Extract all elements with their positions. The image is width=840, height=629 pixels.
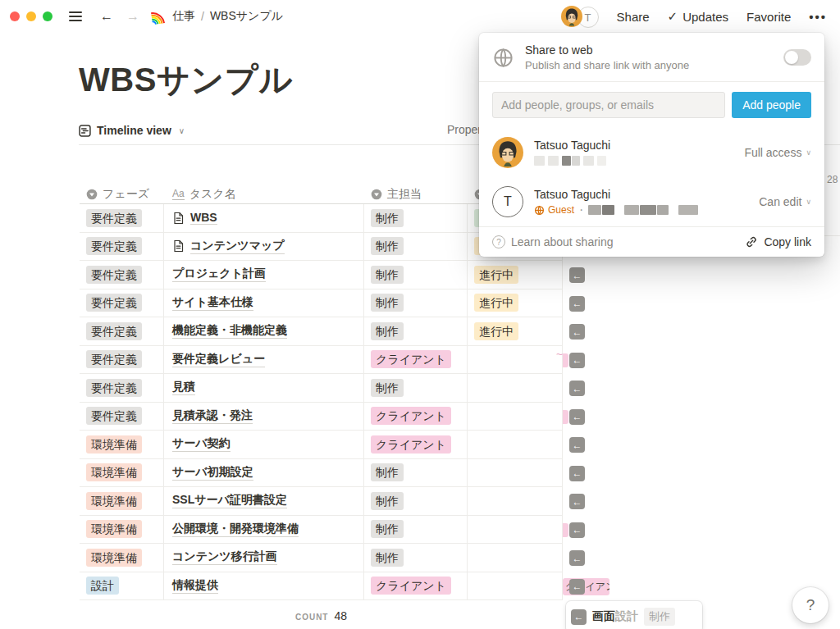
task-link[interactable]: 機能定義・非機能定義 (172, 323, 287, 339)
status-cell[interactable] (468, 459, 563, 487)
help-button[interactable]: ? (792, 587, 829, 623)
task-link[interactable]: サーバ初期設定 (172, 465, 253, 481)
view-tab-timeline[interactable]: Timeline view ∨ (79, 118, 185, 143)
owner-cell[interactable]: クライアント (364, 403, 468, 431)
owner-cell[interactable]: 制作 (364, 233, 468, 261)
phase-cell[interactable]: 要件定義 (80, 289, 164, 317)
sidebar-menu-icon[interactable] (69, 11, 82, 21)
status-cell[interactable] (468, 487, 563, 515)
window-close-button[interactable] (10, 11, 20, 21)
table-row[interactable]: 要件定義要件定義レビュークライアント (80, 346, 563, 375)
status-cell[interactable]: 進行中 (468, 261, 563, 289)
task-link[interactable]: プロジェクト計画 (172, 267, 266, 282)
person-row[interactable]: T Tatsuo Taguchi Guest · Can edit ∨ (479, 177, 824, 226)
table-row[interactable]: 要件定義機能定義・非機能定義制作進行中 (80, 317, 563, 346)
share-button[interactable]: Share (617, 10, 650, 24)
add-people-button[interactable]: Add people (732, 92, 811, 118)
share-to-web-row[interactable]: Share to web Publish and share link with… (479, 33, 824, 81)
timeline-item-card[interactable]: ← 画面設計 制作 (566, 601, 702, 629)
task-cell[interactable]: サーバ契約 (164, 431, 364, 458)
phase-cell[interactable]: 環境準備 (80, 544, 164, 572)
task-link[interactable]: 公開環境・開発環境準備 (172, 522, 299, 537)
task-link[interactable]: SSLサーバ証明書設定 (172, 493, 287, 508)
task-link[interactable]: サーバ契約 (172, 436, 231, 452)
owner-cell[interactable]: 制作 (364, 544, 468, 572)
access-level-select[interactable]: Full access ∨ (744, 146, 811, 159)
status-cell[interactable]: 進行中 (468, 317, 563, 345)
task-link[interactable]: WBS (190, 211, 217, 225)
breadcrumb-page[interactable]: WBSサンプル (210, 9, 283, 24)
phase-cell[interactable]: 要件定義 (80, 317, 164, 345)
owner-cell[interactable]: 制作 (364, 516, 468, 544)
invite-input[interactable] (492, 92, 725, 118)
window-minimize-button[interactable] (26, 11, 36, 21)
table-row[interactable]: 要件定義見積承認・発注クライアント (80, 403, 563, 431)
updates-button[interactable]: ✓ Updates (668, 9, 728, 24)
copy-link-button[interactable]: Copy link (745, 235, 811, 248)
learn-about-sharing-link[interactable]: ? Learn about sharing (492, 235, 614, 248)
owner-cell[interactable]: 制作 (364, 261, 468, 289)
status-cell[interactable] (468, 544, 563, 572)
more-menu-button[interactable]: ••• (809, 10, 827, 24)
table-row[interactable]: 環境準備サーバ初期設定制作 (80, 459, 563, 488)
owner-cell[interactable]: クライアント (364, 346, 468, 374)
scroll-to-item-button[interactable]: ← (569, 550, 585, 566)
scroll-to-item-button[interactable]: ← (569, 296, 585, 312)
access-level-select[interactable]: Can edit ∨ (759, 195, 811, 208)
person-row[interactable]: Tatsuo Taguchi Full access ∨ (479, 128, 824, 177)
status-cell[interactable] (468, 431, 563, 458)
status-cell[interactable] (468, 516, 563, 544)
status-cell[interactable] (468, 346, 563, 374)
task-link[interactable]: サイト基本仕様 (172, 295, 253, 311)
task-cell[interactable]: 公開環境・開発環境準備 (164, 516, 364, 544)
task-cell[interactable]: サーバ初期設定 (164, 459, 364, 487)
scroll-to-item-button[interactable]: ← (569, 267, 585, 283)
table-row[interactable]: 環境準備コンテンツ移行計画制作 (80, 544, 563, 572)
owner-cell[interactable]: 制作 (364, 459, 468, 487)
phase-cell[interactable]: 要件定義 (80, 261, 164, 289)
phase-cell[interactable]: 設計 (80, 572, 164, 600)
window-zoom-button[interactable] (43, 11, 52, 21)
back-button[interactable]: ← (100, 10, 113, 23)
scroll-to-item-button[interactable]: ← (569, 437, 585, 453)
owner-cell[interactable]: 制作 (364, 204, 468, 232)
task-link[interactable]: 要件定義レビュー (172, 352, 265, 367)
table-row[interactable]: 設計情報提供クライアント (80, 572, 563, 601)
owner-cell[interactable]: クライアント (364, 572, 468, 600)
share-to-web-toggle[interactable] (783, 49, 811, 66)
task-cell[interactable]: サイト基本仕様 (164, 289, 364, 317)
table-row[interactable]: 要件定義サイト基本仕様制作進行中 (80, 289, 563, 318)
status-cell[interactable] (468, 403, 563, 431)
task-cell[interactable]: 見積承認・発注 (164, 403, 364, 431)
page-title[interactable]: WBSサンプル (79, 57, 293, 103)
user-avatar[interactable] (561, 6, 582, 30)
phase-cell[interactable]: 環境準備 (80, 459, 164, 487)
task-cell[interactable]: 見積 (164, 374, 364, 402)
owner-cell[interactable]: 制作 (364, 289, 468, 317)
task-cell[interactable]: コンテンツ移行計画 (164, 544, 364, 572)
column-header-task[interactable]: Aa タスク名 (164, 187, 364, 202)
phase-cell[interactable]: 要件定義 (80, 204, 164, 232)
owner-cell[interactable]: 制作 (364, 487, 468, 515)
count-footer[interactable]: COUNT48 (80, 608, 563, 623)
table-row[interactable]: 要件定義見積制作 (80, 374, 563, 403)
task-link[interactable]: 見積 (172, 380, 195, 395)
owner-cell[interactable]: クライアント (364, 431, 468, 458)
forward-button[interactable]: → (126, 10, 139, 23)
table-row[interactable]: 環境準備SSLサーバ証明書設定制作 (80, 487, 563, 516)
scroll-to-item-button[interactable]: ← (569, 522, 585, 538)
scroll-to-item-button[interactable]: ← (569, 409, 585, 425)
owner-cell[interactable]: 制作 (364, 317, 468, 345)
breadcrumb-workspace[interactable]: 仕事 (172, 9, 195, 24)
scroll-to-item-button[interactable]: ← (569, 466, 585, 481)
table-row[interactable]: 環境準備サーバ契約クライアント (80, 431, 563, 459)
scroll-to-item-button[interactable]: ← (569, 381, 585, 396)
phase-cell[interactable]: 要件定義 (80, 403, 164, 431)
status-cell[interactable] (468, 374, 563, 402)
task-link[interactable]: コンテンツマップ (190, 239, 285, 254)
scroll-to-item-button[interactable]: ← (569, 324, 585, 340)
task-cell[interactable]: プロジェクト計画 (164, 261, 364, 289)
phase-cell[interactable]: 要件定義 (80, 233, 164, 261)
task-cell[interactable]: 情報提供 (164, 572, 364, 600)
scroll-to-item-button[interactable]: ← (571, 609, 587, 625)
